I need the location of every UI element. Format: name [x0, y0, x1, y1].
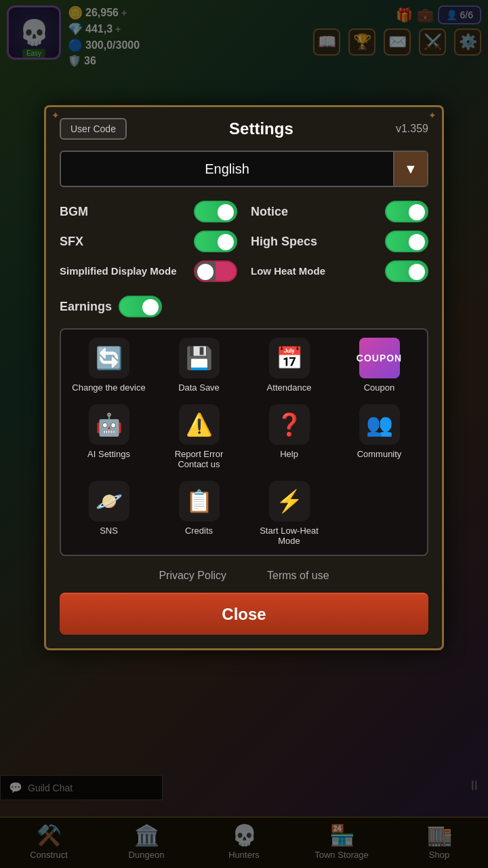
- dialog-title: Settings: [127, 119, 396, 138]
- dialog-header: User Code Settings v1.359: [60, 118, 428, 140]
- bottom-links: Privacy Policy Terms of use: [60, 570, 428, 582]
- user-code-button[interactable]: User Code: [60, 118, 127, 140]
- coupon-label: Coupon: [364, 382, 395, 393]
- start-low-heat-button[interactable]: ⚡ Start Low-Heat Mode: [249, 481, 329, 547]
- attendance-button[interactable]: 📅 Attendance: [249, 338, 329, 393]
- community-label: Community: [357, 449, 402, 460]
- terms-of-use-link[interactable]: Terms of use: [267, 570, 329, 582]
- earnings-setting-row: Earnings: [60, 296, 428, 317]
- ai-settings-icon: 🤖: [89, 404, 129, 445]
- language-value: English: [61, 155, 393, 184]
- sns-icon: 🪐: [89, 481, 129, 521]
- community-button[interactable]: 👥 Community: [340, 404, 419, 470]
- attendance-icon: 📅: [269, 338, 310, 378]
- high-specs-toggle[interactable]: [385, 231, 428, 252]
- high-specs-toggle-knob: [409, 234, 425, 250]
- help-button[interactable]: ❓ Help: [249, 404, 329, 470]
- high-specs-setting-row: High Specs: [251, 231, 428, 252]
- community-icon: 👥: [359, 404, 400, 445]
- notice-setting-row: Notice: [251, 201, 428, 222]
- help-label: Help: [280, 449, 298, 460]
- version-text: v1.359: [396, 123, 428, 135]
- simplified-display-toggle-knob: [197, 264, 214, 280]
- settings-toggles-grid: BGM Notice SFX High Specs: [60, 201, 428, 282]
- earnings-label: Earnings: [60, 300, 112, 314]
- simplified-display-label: Simplified Display Mode: [60, 265, 177, 277]
- coupon-icon: COUPON: [359, 338, 400, 378]
- language-selector[interactable]: English ▼: [60, 151, 428, 187]
- ai-settings-button[interactable]: 🤖 AI Settings: [69, 404, 148, 470]
- attendance-label: Attendance: [267, 382, 312, 393]
- data-save-button[interactable]: 💾 Data Save: [159, 338, 239, 393]
- simplified-display-toggle[interactable]: [194, 260, 237, 282]
- help-icon: ❓: [269, 404, 310, 445]
- privacy-policy-link[interactable]: Privacy Policy: [159, 570, 226, 582]
- data-save-icon: 💾: [179, 338, 220, 378]
- settings-dialog: User Code Settings v1.359 English ▼ BGM …: [44, 105, 444, 650]
- sns-label: SNS: [100, 526, 118, 536]
- start-low-heat-label: Start Low-Heat Mode: [249, 526, 329, 547]
- start-low-heat-icon: ⚡: [269, 481, 310, 521]
- notice-label: Notice: [251, 205, 288, 219]
- report-error-button[interactable]: ⚠️ Report Error Contact us: [159, 404, 239, 470]
- report-error-label: Report Error Contact us: [159, 449, 239, 470]
- empty-slot: [340, 481, 419, 547]
- data-save-label: Data Save: [178, 382, 220, 393]
- low-heat-toggle-knob: [409, 264, 425, 280]
- credits-button[interactable]: 📋 Credits: [159, 481, 239, 547]
- earnings-toggle[interactable]: [119, 296, 162, 317]
- coupon-button[interactable]: COUPON Coupon: [340, 338, 419, 393]
- sfx-label: SFX: [60, 235, 83, 249]
- low-heat-toggle[interactable]: [385, 260, 428, 282]
- change-device-icon: 🔄: [89, 338, 129, 378]
- simplified-display-setting-row: Simplified Display Mode: [60, 260, 237, 282]
- change-device-button[interactable]: 🔄 Change the device: [69, 338, 148, 393]
- earnings-toggle-knob: [142, 299, 159, 315]
- sns-button[interactable]: 🪐 SNS: [69, 481, 148, 547]
- bgm-toggle-knob: [218, 204, 234, 220]
- bgm-toggle[interactable]: [194, 201, 237, 222]
- actions-grid: 🔄 Change the device 💾 Data Save 📅 Attend…: [60, 328, 428, 556]
- high-specs-label: High Specs: [251, 235, 317, 249]
- bgm-label: BGM: [60, 205, 88, 219]
- sfx-toggle[interactable]: [194, 231, 237, 252]
- language-dropdown-button[interactable]: ▼: [393, 152, 427, 186]
- sfx-toggle-knob: [218, 234, 234, 250]
- sfx-setting-row: SFX: [60, 231, 237, 252]
- close-button[interactable]: Close: [60, 593, 428, 635]
- credits-label: Credits: [185, 526, 213, 536]
- change-device-label: Change the device: [72, 382, 145, 393]
- low-heat-label: Low Heat Mode: [251, 265, 325, 277]
- notice-toggle-knob: [409, 204, 425, 220]
- ai-settings-label: AI Settings: [87, 449, 130, 460]
- credits-icon: 📋: [179, 481, 220, 521]
- report-error-icon: ⚠️: [179, 404, 220, 445]
- low-heat-setting-row: Low Heat Mode: [251, 260, 428, 282]
- bgm-setting-row: BGM: [60, 201, 237, 222]
- notice-toggle[interactable]: [385, 201, 428, 222]
